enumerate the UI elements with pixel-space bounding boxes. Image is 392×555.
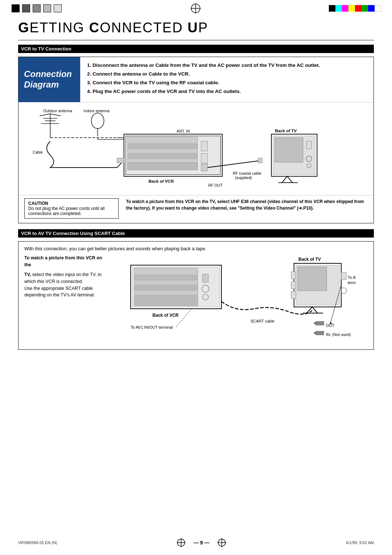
connection-diagram-area: Outdoor antenna Indoor antenna [19,102,373,195]
scart-intro: With this connection, you can get better… [24,246,368,251]
svg-rect-56 [291,281,296,289]
svg-rect-46 [134,291,198,295]
caution-note-area: CAUTION Do not plug the AC power cords u… [19,195,373,223]
footer-crosshair-right [217,538,227,548]
svg-rect-24 [201,141,207,151]
scart-cable-label: SCART cable [250,319,274,323]
connection-steps: Disconnect the antenna or Cable from the… [80,57,373,102]
footer-left-text: VR388/588-55 EN (N) [18,540,57,545]
svg-rect-55 [291,272,296,279]
page-title: GETTING CONNECTED UP [18,20,374,36]
rf-out-label: RF OUT [208,183,223,187]
svg-rect-30 [117,158,124,163]
footer-page-number: — 9 — [193,540,209,546]
svg-rect-26 [201,164,207,171]
outdoor-antenna-label: Outdoor antenna [43,109,72,113]
back-of-tv-label: Back of TV [275,128,297,133]
svg-rect-19 [127,144,197,148]
svg-line-7 [40,114,50,116]
svg-rect-34 [307,141,312,149]
connection-label-box: Connection Diagram [19,57,80,102]
scart-content: With this connection, you can get better… [19,242,373,349]
svg-line-37 [282,176,287,182]
svg-rect-48 [203,274,208,282]
cable-label: Cable [33,150,43,154]
svg-rect-64 [316,321,324,325]
scart-section: With this connection, you can get better… [18,241,374,350]
scart-diagram: Back of VCR To AV1 IN/OUT terminal SCART… [120,254,356,345]
title-divider [18,40,374,40]
svg-rect-21 [127,154,197,158]
scart-diagram-row: To watch a picture from this VCR on the … [24,254,368,345]
svg-point-59 [341,288,347,293]
scart-left-text: To watch a picture from this VCR on the … [24,254,104,302]
svg-line-8 [50,114,61,116]
svg-rect-58 [341,272,346,280]
svg-rect-29 [258,158,262,163]
footer-right-text: 6/1/99, 9:02 AM [346,540,374,545]
svg-rect-57 [291,291,296,299]
reg-mark-5 [54,4,62,12]
step-2: Connect the antenna or Cable to the VCR. [93,71,368,78]
back-of-vcr-label: Back of VCR [148,178,174,183]
svg-rect-43 [134,275,198,280]
step-1: Disconnect the antenna or Cable from the… [93,62,368,69]
step-4: Plug the AC power cords of the VCR and T… [93,88,368,95]
svg-rect-42 [134,268,198,275]
color-swatches [329,5,381,12]
section1-header: VCR to TV Connection [18,45,374,53]
svg-point-9 [91,113,104,129]
reg-mark-4 [43,4,51,12]
ant-in-label: ANT. IN [177,129,190,133]
svg-rect-45 [134,285,198,290]
scart-back-tv: Back of TV [298,257,321,262]
caution-box: CAUTION Do not plug the AC power cords u… [24,198,119,219]
svg-line-61 [312,307,318,313]
footer-crosshair [176,538,186,548]
step-3: Connect the VCR to the TV using the RF c… [93,80,368,86]
svg-rect-66 [316,331,324,335]
connection-top: Connection Diagram Disconnect the antenn… [19,57,373,102]
scart-in-label: IN: (Not used) [326,332,351,337]
scart-diagram-center: Back of VCR To AV1 IN/OUT terminal SCART… [108,254,368,345]
vcr-tv-diagram: Outdoor antenna Indoor antenna [22,106,366,190]
center-crosshair [190,3,201,14]
svg-text:terminal: terminal [348,280,356,285]
svg-rect-20 [127,149,197,153]
page-footer: VR388/588-55 EN (N) — 9 — 6/1/99, 9:02 A… [0,534,392,551]
rf-coaxial-note: (supplied) [235,175,252,180]
page-content: GETTING CONNECTED UP VCR to TV Connectio… [0,15,392,364]
svg-rect-67 [314,332,316,334]
registration-marks-left [11,4,62,12]
top-marks [0,0,392,15]
svg-rect-44 [134,280,198,285]
scart-av1-label: To AV1 IN/OUT terminal [131,325,173,329]
svg-line-38 [287,176,293,182]
svg-rect-47 [134,296,198,306]
svg-line-60 [307,307,312,313]
svg-rect-23 [127,163,197,170]
svg-rect-65 [314,323,316,324]
connection-diagram-section: Connection Diagram Disconnect the antenn… [18,57,374,223]
caution-right-text: To watch a picture from this VCR on the … [126,198,368,219]
section2-header: VCR to AV TV Connection Using SCART Cabl… [18,229,374,238]
svg-rect-54 [298,267,327,291]
svg-rect-33 [275,138,303,162]
connection-diagram-label: Connection Diagram [24,69,72,90]
svg-rect-25 [201,153,207,163]
reg-mark-3 [33,4,41,12]
rf-coaxial-label: RF coaxial cable [233,171,261,175]
indoor-antenna-label: Indoor antenna [83,109,110,113]
svg-rect-18 [127,137,197,143]
svg-rect-22 [127,159,197,163]
scart-to-av: To AV [348,275,356,280]
steps-list: Disconnect the antenna or Cable from the… [86,62,368,95]
scart-back-vcr: Back of VCR [152,313,179,318]
reg-mark-2 [22,4,30,12]
reg-mark-1 [12,4,20,12]
